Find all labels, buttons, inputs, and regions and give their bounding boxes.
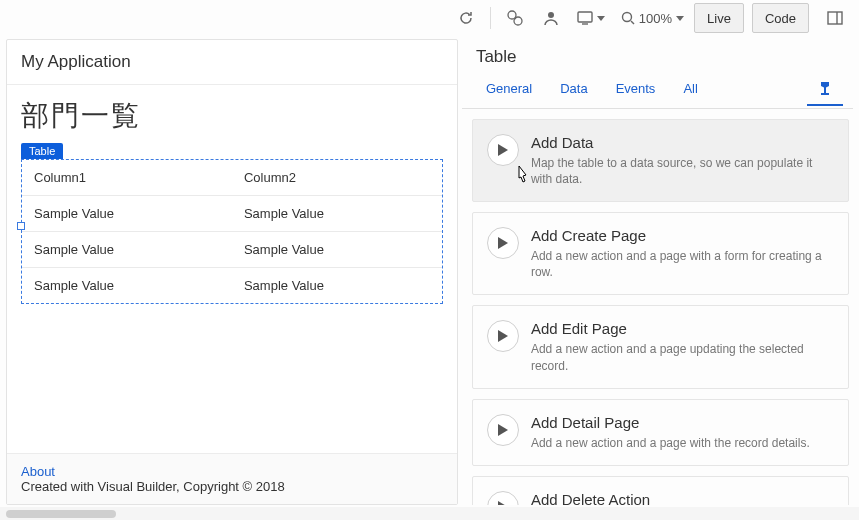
page-heading: 部門一覧 [21, 97, 443, 135]
table-row[interactable]: Sample ValueSample Value [22, 267, 442, 303]
table-body: Sample ValueSample ValueSample ValueSamp… [22, 195, 442, 303]
scrollbar-thumb[interactable] [6, 510, 116, 518]
live-button[interactable]: Live [694, 3, 744, 33]
play-icon[interactable] [487, 134, 519, 166]
component-badge: Table [21, 143, 63, 159]
tab-data[interactable]: Data [546, 71, 601, 108]
design-canvas-pane: My Application 部門一覧 Table Column1Column2… [6, 39, 458, 506]
table-cell: Sample Value [22, 195, 232, 231]
table-cell: Sample Value [22, 231, 232, 267]
device-selector[interactable] [571, 2, 611, 34]
quickstart-actions-list: Add DataMap the table to a data source, … [462, 109, 853, 506]
translate-icon[interactable] [499, 2, 531, 34]
play-icon[interactable] [487, 491, 519, 505]
about-link[interactable]: About [21, 464, 55, 479]
quickstart-action-card[interactable]: Add Edit PageAdd a new action and a page… [472, 305, 849, 388]
svg-rect-5 [828, 12, 842, 24]
panel-toggle-icon[interactable] [819, 2, 851, 34]
quickstart-action-card[interactable]: Add Delete Action [472, 476, 849, 505]
action-card-title: Add Edit Page [531, 320, 834, 337]
toolbar-separator [490, 7, 491, 29]
code-button[interactable]: Code [752, 3, 809, 33]
tab-general[interactable]: General [472, 71, 546, 108]
quickstart-icon [817, 80, 833, 96]
svg-point-4 [622, 13, 631, 22]
table-component[interactable]: Column1Column2 Sample ValueSample ValueS… [22, 160, 442, 303]
reload-icon[interactable] [450, 2, 482, 34]
table-row[interactable]: Sample ValueSample Value [22, 195, 442, 231]
action-card-title: Add Detail Page [531, 414, 834, 431]
svg-point-2 [548, 12, 554, 18]
selection-handle-left[interactable] [17, 222, 25, 230]
quickstart-action-card[interactable]: Add Create PageAdd a new action and a pa… [472, 212, 849, 295]
tab-all[interactable]: All [669, 71, 711, 108]
play-icon[interactable] [487, 320, 519, 352]
user-icon[interactable] [535, 2, 567, 34]
copyright-text: Created with Visual Builder, Copyright ©… [21, 479, 285, 494]
horizontal-scrollbar[interactable] [0, 507, 859, 520]
inspector-title: Table [462, 39, 853, 71]
play-icon[interactable] [487, 227, 519, 259]
tab-quickstarts[interactable] [807, 72, 843, 106]
action-card-body: Add Delete Action [531, 491, 834, 505]
action-card-description: Map the table to a data source, so we ca… [531, 155, 834, 187]
action-card-description: Add a new action and a page with a form … [531, 248, 834, 280]
action-card-description: Add a new action and a page updating the… [531, 341, 834, 373]
action-card-body: Add Detail PageAdd a new action and a pa… [531, 414, 834, 451]
action-card-body: Add Create PageAdd a new action and a pa… [531, 227, 834, 280]
svg-rect-6 [824, 87, 826, 94]
table-cell: Sample Value [232, 267, 442, 303]
top-toolbar: 100% Live Code [0, 0, 859, 37]
play-icon[interactable] [487, 414, 519, 446]
table-header-row: Column1Column2 [22, 160, 442, 196]
table-row[interactable]: Sample ValueSample Value [22, 231, 442, 267]
app-header-title: My Application [7, 40, 457, 85]
table-cell: Sample Value [232, 231, 442, 267]
action-card-description: Add a new action and a page with the rec… [531, 435, 834, 451]
quickstart-action-card[interactable]: Add Detail PageAdd a new action and a pa… [472, 399, 849, 466]
design-canvas[interactable]: 部門一覧 Table Column1Column2 Sample ValueSa… [7, 85, 457, 454]
inspector-tabs: General Data Events All [462, 71, 853, 109]
action-card-title: Add Data [531, 134, 834, 151]
table-column-header[interactable]: Column1 [22, 160, 232, 196]
quickstart-action-card[interactable]: Add DataMap the table to a data source, … [472, 119, 849, 202]
table-column-header[interactable]: Column2 [232, 160, 442, 196]
tab-events[interactable]: Events [602, 71, 670, 108]
app-footer: About Created with Visual Builder, Copyr… [7, 453, 457, 504]
table-cell: Sample Value [22, 267, 232, 303]
action-card-title: Add Create Page [531, 227, 834, 244]
action-card-body: Add Edit PageAdd a new action and a page… [531, 320, 834, 373]
selection-border[interactable]: Column1Column2 Sample ValueSample ValueS… [21, 159, 443, 304]
action-card-body: Add DataMap the table to a data source, … [531, 134, 834, 187]
zoom-label: 100% [639, 11, 672, 26]
action-card-title: Add Delete Action [531, 491, 834, 505]
selected-component-wrapper: Table Column1Column2 Sample ValueSample … [21, 143, 443, 304]
property-inspector: Table General Data Events All Add DataMa… [462, 39, 853, 506]
zoom-control[interactable]: 100% [615, 2, 690, 34]
table-cell: Sample Value [232, 195, 442, 231]
svg-rect-3 [578, 12, 592, 22]
svg-rect-7 [821, 93, 829, 95]
pointer-cursor-icon [513, 164, 531, 186]
